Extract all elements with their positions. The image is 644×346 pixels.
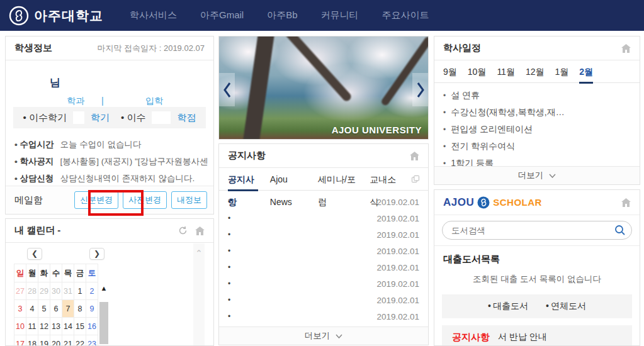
month-tabs: 9월 10월 11월 12월 1월 2월 <box>434 60 640 83</box>
carousel-next-button[interactable] <box>412 73 428 106</box>
home-icon[interactable] <box>195 226 205 235</box>
schedule-item[interactable]: •설 연휴 <box>443 87 631 104</box>
calendar-day[interactable]: 20 <box>50 335 62 346</box>
calendar-day[interactable]: 17 <box>14 335 26 346</box>
mailbox-label[interactable]: 메일함 <box>14 194 43 206</box>
tree-trunk-graphic <box>239 36 276 140</box>
menu-community[interactable]: 커뮤니티 <box>321 9 359 21</box>
calendar-day[interactable]: 29 <box>38 282 50 300</box>
tab-ajou-news[interactable]: Ajou News <box>270 168 306 191</box>
tab-february[interactable]: 2월 <box>579 60 593 83</box>
tab-november[interactable]: 11월 <box>497 60 515 83</box>
calendar-day[interactable]: 31 <box>62 282 74 300</box>
ajou-scholar-panel: AJOU SCHOLAR 대출도서목록 조회된 대출 도서 목록이 없습니다 대… <box>434 189 640 346</box>
calendar-day[interactable]: 15 <box>74 318 86 335</box>
calendar-day[interactable]: 6 <box>50 300 62 318</box>
tab-october[interactable]: 10월 <box>468 60 487 83</box>
notice-item[interactable]: •2019.02.01 <box>228 243 419 259</box>
calendar-day[interactable]: 30 <box>50 282 62 300</box>
student-dept-line: 학과 | 입학 <box>6 96 213 107</box>
menu-ajou-gmail[interactable]: 아주Gmail <box>200 9 244 21</box>
university-logo[interactable]: 아주대학교 <box>9 6 103 26</box>
calendar-day[interactable]: 21 <box>62 335 74 346</box>
calendar-day[interactable]: 27 <box>14 282 26 300</box>
calendar-day[interactable]: 16 <box>86 318 98 335</box>
scholar-notice-label: 공지사항 <box>452 332 490 343</box>
notice-item[interactable]: •2019.02.01 <box>228 292 419 308</box>
loan-tab-overdue[interactable]: 연체도서 <box>546 301 586 312</box>
search-icon[interactable] <box>614 225 626 236</box>
semester-unit: 학기 <box>91 112 110 124</box>
home-icon[interactable] <box>621 198 631 207</box>
my-info-button[interactable]: 내정보 <box>171 191 207 209</box>
calendar-day[interactable]: 2 <box>86 282 98 300</box>
book-search-input[interactable] <box>442 221 632 240</box>
calendar-day[interactable]: 10 <box>14 318 26 335</box>
notice-item[interactable]: •2019.02.01 <box>228 226 419 243</box>
tab-january[interactable]: 1월 <box>555 60 569 83</box>
menu-academic-services[interactable]: 학사서비스 <box>130 9 177 21</box>
tab-seminar-forum[interactable]: 세미나/포럼 <box>318 168 358 191</box>
schedule-item[interactable]: •전기 학위수여식 <box>443 138 631 155</box>
calendar-day-today[interactable]: 7 <box>62 300 74 318</box>
tab-notices[interactable]: 공지사항 <box>228 168 258 191</box>
scholar-swirl-icon <box>477 196 490 209</box>
tab-campus-news[interactable]: 교내소식 <box>370 168 400 191</box>
calendar-prev-button[interactable]: ❮ <box>27 248 42 260</box>
calendar-day[interactable]: 11 <box>26 318 38 335</box>
schedule-list: •설 연휴 •수강신청(재학생,복학생,재… •편입생 오리엔테이션 •전기 학… <box>434 83 640 172</box>
calendar-day[interactable]: 28 <box>26 282 38 300</box>
notice-item[interactable]: •2019.02.01 <box>228 276 419 292</box>
class-time-row[interactable]: 수업시간오늘 수업이 없습니다 <box>14 136 208 153</box>
calendar-day[interactable]: 14 <box>62 318 74 335</box>
credits-unit: 학점 <box>177 112 196 124</box>
calendar-next-button[interactable]: ❯ <box>89 248 105 260</box>
calendar-day[interactable]: 12 <box>38 318 50 335</box>
calendar-day[interactable]: 22 <box>74 335 86 346</box>
weekday-row: 일 월 화 수 목 금 토 <box>14 264 98 282</box>
calendar-day[interactable]: 3 <box>14 300 26 318</box>
carousel-prev-button[interactable] <box>219 73 235 106</box>
menu-ajou-bb[interactable]: 아주Bb <box>267 9 297 21</box>
calendar-scroll-thumb[interactable] <box>99 302 108 344</box>
menu-major-sites[interactable]: 주요사이트 <box>382 9 429 21</box>
calendar-day[interactable]: 5 <box>38 300 50 318</box>
agenda-scroll-up-icon[interactable]: ⌃ <box>193 248 205 258</box>
university-name: 아주대학교 <box>34 7 103 25</box>
calendar-day[interactable]: 4 <box>26 300 38 318</box>
open-window-icon[interactable] <box>412 175 419 183</box>
student-info-rows: 수업시간오늘 수업이 없습니다 학사공지[봉사활동] (재공지) "[강남구자원… <box>14 136 208 187</box>
counseling-row[interactable]: 상담신청상담신청내역이 존재하지 않습니다. <box>14 170 208 187</box>
chevron-left-icon <box>223 82 232 98</box>
notice-item[interactable]: •2019.02.01 <box>228 259 419 276</box>
tab-september[interactable]: 9월 <box>443 60 457 83</box>
calendar-day[interactable]: 18 <box>26 335 38 346</box>
notice-item[interactable]: •2019.02.01 <box>228 308 419 325</box>
chevron-down-icon <box>549 174 556 178</box>
refresh-icon[interactable] <box>178 226 188 235</box>
academic-notice-row[interactable]: 학사공지[봉사활동] (재공지) "[강남구자원봉사센터]… <box>14 153 208 170</box>
my-calendar-panel: 내 캘린더 - ❮ ❯ 일 월 화 수 목 금 토 27 <box>5 218 214 346</box>
calendar-scroll-up-icon[interactable]: ▲ <box>99 282 108 294</box>
schedule-item[interactable]: •수강신청(재학생,복학생,재… <box>443 104 631 121</box>
identity-change-button[interactable]: 신분변경 <box>74 191 118 209</box>
scholar-notice-bar[interactable]: 공지사항 서 반납 안내 <box>442 325 632 346</box>
home-icon[interactable] <box>621 44 631 53</box>
calendar-day[interactable]: 19 <box>38 335 50 346</box>
home-icon[interactable] <box>410 152 419 160</box>
schedule-more-button[interactable]: 더보기 <box>434 166 640 184</box>
tab-december[interactable]: 12월 <box>526 60 545 83</box>
academic-schedule-panel: 학사일정 9월 10월 11월 12월 1월 2월 •설 연휴 •수강신청(재학… <box>434 36 640 185</box>
calendar-day[interactable]: 9 <box>86 300 98 318</box>
ajou-scholar-logo[interactable]: AJOU SCHOLAR <box>443 196 542 209</box>
photo-change-button[interactable]: 사진변경 <box>123 191 167 209</box>
calendar-day[interactable]: 13 <box>50 318 62 335</box>
notices-more-button[interactable]: 더보기 <box>219 326 428 345</box>
calendar-day[interactable]: 23 <box>86 335 98 346</box>
loan-tab-borrowed[interactable]: 대출도서 <box>488 301 528 312</box>
calendar-week-row: 3 4 5 6 7 8 9 <box>14 300 98 318</box>
schedule-item[interactable]: •편입생 오리엔테이션 <box>443 121 631 138</box>
calendar-day[interactable]: 1 <box>74 282 86 300</box>
mailbox-row: 메일함 신분변경 사진변경 내정보 <box>6 186 213 214</box>
calendar-day[interactable]: 8 <box>74 300 86 318</box>
